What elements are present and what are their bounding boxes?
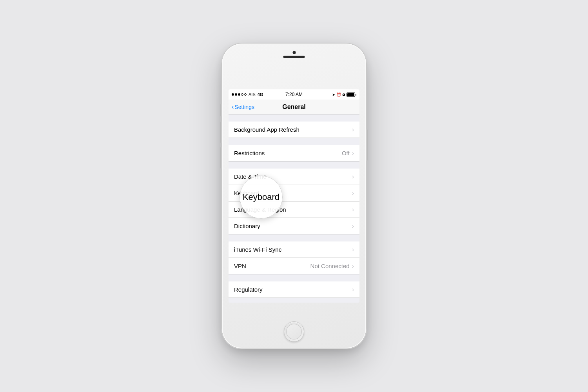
carrier-label: AIS	[249, 92, 256, 97]
row-vpn[interactable]: VPN Not Connected ›	[229, 258, 359, 274]
home-button[interactable]	[284, 321, 304, 342]
speaker	[283, 56, 305, 58]
status-time: 7:20 AM	[285, 92, 303, 97]
location-icon: ➤	[332, 93, 335, 97]
spacer-0	[229, 114, 359, 122]
spacer-1	[229, 138, 359, 145]
chevron-icon: ›	[352, 173, 354, 180]
status-bar: AIS 4G 7:20 AM ➤ ⏰ ◕	[229, 89, 359, 100]
settings-content: Background App Refresh › Restrictions Of…	[229, 114, 359, 303]
battery-icon	[347, 93, 356, 97]
dot2	[235, 93, 237, 96]
row-restrictions[interactable]: Restrictions Off ›	[229, 145, 359, 162]
magnify-text: Keyboard	[243, 192, 279, 202]
volume-down-button[interactable]	[220, 147, 222, 169]
mute-button[interactable]	[220, 104, 222, 116]
camera	[292, 51, 296, 54]
magnify-circle: Keyboard	[240, 176, 283, 219]
network-label: 4G	[258, 92, 263, 97]
phone: AIS 4G 7:20 AM ➤ ⏰ ◕	[221, 43, 367, 349]
status-right: ➤ ⏰ ◕	[332, 93, 356, 97]
row-background-app-refresh[interactable]: Background App Refresh ›	[229, 122, 359, 138]
spacer-4	[229, 274, 359, 281]
signal-dots	[232, 93, 247, 96]
spacer-2	[229, 162, 359, 169]
home-button-inner	[286, 324, 302, 339]
status-left: AIS 4G	[232, 92, 263, 97]
back-label: Settings	[234, 104, 254, 110]
back-chevron-icon: ‹	[232, 103, 234, 111]
row-regulatory[interactable]: Regulatory ›	[229, 281, 359, 298]
chevron-icon: ›	[352, 246, 354, 253]
chevron-icon: ›	[352, 150, 354, 157]
dot5	[244, 93, 247, 96]
row-label: Regulatory	[234, 286, 352, 293]
dot3	[238, 93, 240, 96]
volume-up-button[interactable]	[220, 122, 222, 143]
phone-top-area	[283, 51, 305, 58]
power-button[interactable]	[366, 129, 368, 161]
chevron-icon: ›	[352, 126, 354, 133]
row-itunes-wifi-sync[interactable]: iTunes Wi-Fi Sync ›	[229, 241, 359, 258]
nav-bar: ‹ Settings General	[229, 100, 359, 114]
bluetooth-icon: ◕	[342, 93, 345, 96]
chevron-icon: ›	[352, 263, 354, 270]
page-title: General	[282, 103, 306, 111]
chevron-icon: ›	[352, 206, 354, 213]
alarm-icon: ⏰	[336, 93, 341, 97]
spacer-3	[229, 234, 359, 241]
back-button[interactable]: ‹ Settings	[232, 103, 254, 111]
row-dictionary[interactable]: Dictionary ›	[229, 218, 359, 234]
row-label: Restrictions	[234, 150, 342, 156]
phone-screen: AIS 4G 7:20 AM ➤ ⏰ ◕	[229, 89, 359, 303]
row-label: Dictionary	[234, 223, 352, 229]
dot1	[232, 93, 234, 96]
row-label: VPN	[234, 263, 310, 269]
chevron-icon: ›	[352, 223, 354, 230]
row-label: iTunes Wi-Fi Sync	[234, 246, 352, 253]
chevron-icon: ›	[352, 190, 354, 197]
chevron-icon: ›	[352, 286, 354, 293]
row-label: Background App Refresh	[234, 126, 352, 133]
row-value: Off	[342, 150, 350, 156]
row-value: Not Connected	[310, 263, 350, 269]
dot4	[241, 93, 243, 96]
spacer-5	[229, 298, 359, 303]
